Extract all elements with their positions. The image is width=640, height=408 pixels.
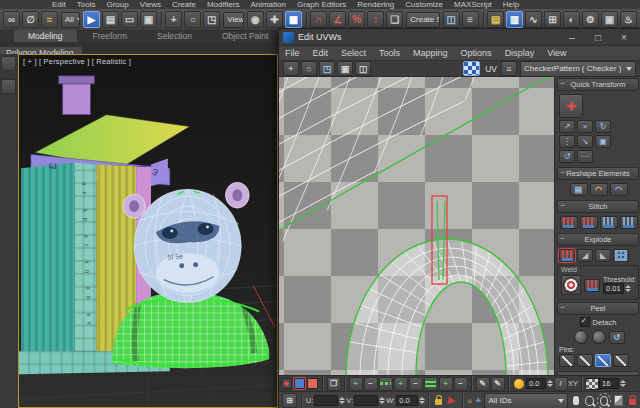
- qt-distribute-h-icon[interactable]: ⋯: [577, 150, 593, 163]
- falloff-type-icon[interactable]: /: [554, 377, 568, 391]
- render-setup-icon[interactable]: ⚙: [582, 11, 599, 28]
- grow-selection-button[interactable]: +: [349, 377, 363, 391]
- spinner-snap-icon[interactable]: ↕: [367, 11, 384, 28]
- relax-until-flat-icon[interactable]: ▤: [570, 183, 588, 196]
- section-header-stitch[interactable]: Stitch: [557, 200, 639, 213]
- reference-coordinate-dropdown[interactable]: View: [223, 12, 244, 28]
- zoom-icon[interactable]: [585, 396, 594, 406]
- snap-toggle-icon[interactable]: ∩: [310, 11, 327, 28]
- uv-scale-button[interactable]: ◳: [319, 61, 335, 76]
- paint-deselect-icon[interactable]: ✎: [491, 377, 505, 391]
- uvw-menu-mapping[interactable]: Mapping: [413, 48, 448, 58]
- uv-rotate-button[interactable]: ○: [301, 61, 317, 76]
- select-and-link-icon[interactable]: ∞: [3, 11, 20, 28]
- quick-peel-button[interactable]: [574, 330, 588, 344]
- straighten-icon[interactable]: ◠: [610, 183, 628, 196]
- pin-moved-vertices-toggle[interactable]: [595, 354, 611, 367]
- menu-edit[interactable]: Edit: [52, 0, 66, 9]
- grid-size-spinner[interactable]: [620, 380, 626, 387]
- unpin-all-icon[interactable]: [613, 354, 629, 367]
- texture-list-dropdown[interactable]: CheckerPattern ( Checker ): [520, 61, 636, 77]
- zoom-region-icon[interactable]: [600, 396, 609, 406]
- material-editor-icon[interactable]: ◐: [563, 11, 580, 28]
- menu-maxscript[interactable]: MAXScript: [454, 0, 492, 9]
- schematic-view-icon[interactable]: ⊞: [544, 11, 561, 28]
- relax-icon[interactable]: ◠: [590, 183, 608, 196]
- mirror-button[interactable]: ◫: [443, 11, 460, 28]
- menu-group[interactable]: Group: [106, 0, 128, 9]
- menu-animation[interactable]: Animation: [250, 0, 286, 9]
- section-header-quick-transform[interactable]: Quick Transform: [557, 78, 639, 91]
- explode-to-faces-icon[interactable]: ◢: [577, 249, 593, 262]
- polygon-mode-button[interactable]: [307, 378, 318, 389]
- zoom-extents-icon[interactable]: [614, 395, 623, 406]
- tab-selection[interactable]: Selection: [143, 30, 206, 42]
- uv-mirror-button[interactable]: ◫: [355, 61, 371, 76]
- qt-align-element-icon[interactable]: ▣: [595, 135, 611, 148]
- qt-rotate-cw-icon[interactable]: ↻: [595, 120, 611, 133]
- select-by-name-button[interactable]: ▤: [102, 11, 119, 28]
- uvw-menu-tools[interactable]: Tools: [379, 48, 400, 58]
- gutter-panel-icon[interactable]: [1, 79, 16, 94]
- tab-modeling[interactable]: Modeling: [14, 30, 77, 42]
- v-spinner[interactable]: [379, 397, 385, 404]
- soft-selection-icon[interactable]: [514, 379, 524, 389]
- threshold-spinner[interactable]: [625, 285, 631, 292]
- w-spinner[interactable]: [419, 397, 425, 404]
- window-crossing-toggle[interactable]: ▣: [140, 11, 157, 28]
- curve-editor-icon[interactable]: ∿: [525, 11, 542, 28]
- viewport-label[interactable]: [ + ] [ Perspective ] [ Realistic ]: [23, 57, 131, 66]
- close-button[interactable]: ×: [611, 29, 637, 46]
- shrink-ring-button[interactable]: −: [454, 377, 468, 391]
- uvw-menu-file[interactable]: File: [285, 48, 300, 58]
- v-input[interactable]: [354, 395, 378, 406]
- qt-rotate-ccw-icon[interactable]: ↺: [559, 150, 575, 163]
- menu-graph-editors[interactable]: Graph Editors: [297, 0, 346, 9]
- soft-selection-input[interactable]: 0.0: [526, 378, 546, 389]
- select-and-move-button[interactable]: +: [165, 11, 182, 28]
- break-icon[interactable]: [559, 249, 575, 262]
- edge-mode-button[interactable]: [294, 378, 305, 389]
- paint-select-icon[interactable]: ✎: [476, 377, 490, 391]
- edge-ring-icon[interactable]: [424, 377, 438, 391]
- options-grid-icon[interactable]: ⊞: [282, 393, 297, 408]
- keyboard-shortcut-override-toggle[interactable]: ▦: [285, 11, 302, 28]
- shrink-selection-button[interactable]: −: [364, 377, 378, 391]
- u-input[interactable]: [314, 395, 338, 406]
- tab-object-paint[interactable]: Object Paint: [208, 30, 282, 42]
- menu-create[interactable]: Create: [172, 0, 196, 9]
- uv-move-button[interactable]: +: [283, 61, 299, 76]
- w-input[interactable]: 0.0: [396, 395, 418, 406]
- minimize-button[interactable]: –: [559, 29, 585, 46]
- stitch-source-icon[interactable]: [580, 216, 598, 229]
- flatten-by-smoothing-icon[interactable]: [613, 249, 629, 262]
- perspective-viewport[interactable]: [ + ] [ Perspective ] [ Realistic ]: [18, 54, 278, 408]
- qt-move-selected-button[interactable]: ✚: [559, 94, 583, 118]
- uv-options-icon[interactable]: ≡: [501, 61, 517, 76]
- select-and-manipulate-button[interactable]: ✚: [266, 11, 283, 28]
- angle-snap-icon[interactable]: ∠: [329, 11, 346, 28]
- unlink-selection-icon[interactable]: ∅: [22, 11, 39, 28]
- grow-loop-button[interactable]: +: [394, 377, 408, 391]
- qt-align-horizontal-icon[interactable]: ↗: [559, 120, 575, 133]
- select-by-element-toggle[interactable]: ❒: [327, 377, 341, 391]
- filter-selected-faces-icon[interactable]: [447, 396, 456, 405]
- update-lock-icon[interactable]: [629, 399, 636, 405]
- freeze-icon[interactable]: ✳: [475, 396, 481, 405]
- bind-to-spacewarp-icon[interactable]: ≈: [41, 11, 58, 28]
- soft-selection-spinner[interactable]: [547, 380, 553, 387]
- threshold-input[interactable]: 0.01: [603, 283, 624, 294]
- menu-views[interactable]: Views: [140, 0, 161, 9]
- named-selection-sets-icon[interactable]: ❏: [386, 11, 403, 28]
- uvw-menu-view[interactable]: View: [547, 48, 566, 58]
- qt-align-vertical-icon[interactable]: ↘: [577, 135, 593, 148]
- shrink-loop-button[interactable]: −: [409, 377, 423, 391]
- material-id-dropdown[interactable]: All IDs: [484, 393, 567, 408]
- uvw-menu-edit[interactable]: Edit: [313, 48, 329, 58]
- ribbon-toggle-icon[interactable]: ▥: [506, 11, 523, 28]
- unpin-tool-icon[interactable]: [577, 354, 593, 367]
- weld-selected-icon[interactable]: [584, 279, 600, 292]
- detach-checkbox[interactable]: [580, 317, 590, 327]
- target-weld-button[interactable]: [561, 275, 581, 295]
- uv-canvas[interactable]: [279, 77, 554, 375]
